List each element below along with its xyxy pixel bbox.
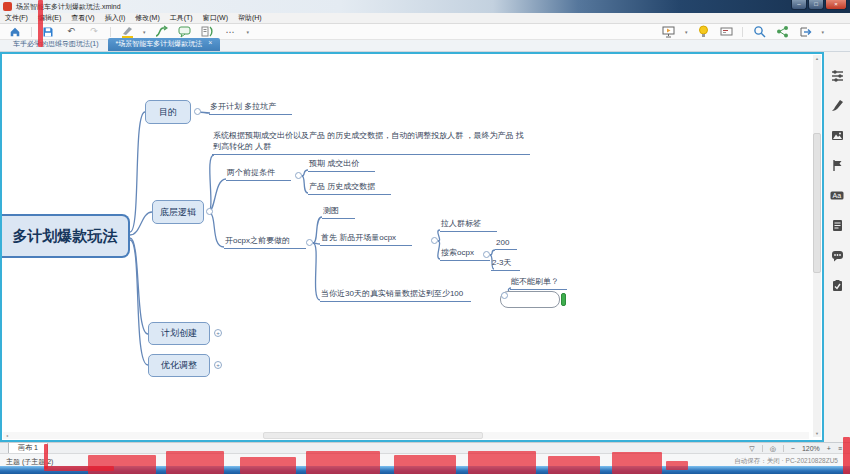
central-topic[interactable]: 多计划爆款玩法 bbox=[2, 214, 130, 258]
expand-icon[interactable] bbox=[306, 239, 313, 246]
title-bar: 场景智能车多计划爆款玩法.xmind – □ × bbox=[0, 0, 850, 13]
tab-active-document[interactable]: *场景智能车多计划爆款玩法 × bbox=[108, 38, 221, 51]
zen-mode-icon[interactable] bbox=[719, 25, 733, 38]
more-tools-icon[interactable]: ⋯ bbox=[224, 25, 238, 38]
toolbar-separator bbox=[742, 27, 743, 37]
topic-logic[interactable]: 底层逻辑 bbox=[152, 200, 204, 224]
collapse-plus-icon[interactable]: + bbox=[214, 361, 222, 369]
expand-icon[interactable] bbox=[206, 208, 213, 215]
menu-tools[interactable]: 工具(T) bbox=[170, 13, 193, 23]
undo-icon[interactable]: ↶ bbox=[64, 25, 78, 38]
topic-brush-question[interactable]: 能不能刷单？ bbox=[510, 276, 567, 290]
vertical-scrollbar[interactable]: ▲ ▼ bbox=[813, 55, 821, 437]
topic-premise[interactable]: 两个前提条件 bbox=[226, 167, 291, 181]
window-controls: – □ × bbox=[790, 0, 847, 10]
expand-icon[interactable] bbox=[295, 172, 302, 179]
topic-plan[interactable]: 计划创建 bbox=[148, 322, 210, 345]
image-icon[interactable] bbox=[830, 128, 844, 142]
redo-icon[interactable]: ↷ bbox=[87, 25, 101, 38]
home-icon[interactable] bbox=[8, 25, 22, 38]
horizontal-scrollbar[interactable]: ◂ bbox=[3, 432, 809, 439]
task-icon[interactable] bbox=[830, 278, 844, 292]
tab-inactive-document[interactable]: 车手必学的思维导图玩法(1) bbox=[4, 38, 108, 51]
save-icon[interactable] bbox=[41, 25, 55, 38]
mindmap-canvas[interactable]: 多计划爆款玩法 目的 多开计划 多拉坑产 底层逻辑 系统根据预期成交出价以及产品… bbox=[0, 52, 824, 442]
document-tab-bar: 车手必学的思维导图玩法(1) *场景智能车多计划爆款玩法 × bbox=[0, 40, 850, 52]
menu-insert[interactable]: 插入(I) bbox=[105, 13, 126, 23]
tab-close-icon[interactable]: × bbox=[208, 39, 212, 49]
menu-window[interactable]: 窗口(W) bbox=[203, 13, 228, 23]
topic-premise-2[interactable]: 产品 历史成交数据 bbox=[308, 181, 391, 195]
menu-help[interactable]: 帮助(H) bbox=[238, 13, 262, 23]
more-dropdown-icon[interactable]: ▾ bbox=[247, 29, 250, 35]
marker-pen-icon[interactable] bbox=[120, 25, 134, 38]
sheet-bar: 画布 1 ▽ ◎ − 120% + ≡ bbox=[0, 442, 850, 453]
summary-icon[interactable] bbox=[201, 25, 215, 38]
menu-bar: 文件(F) 编辑(E) 查看(V) 插入(I) 修改(M) 工具(T) 窗口(W… bbox=[0, 13, 850, 24]
topic-200[interactable]: 200 bbox=[495, 238, 517, 250]
expand-icon[interactable] bbox=[501, 292, 508, 299]
topic-drag-handle[interactable] bbox=[561, 293, 566, 306]
scroll-up-icon[interactable]: ▲ bbox=[813, 56, 821, 61]
window-title: 场景智能车多计划爆款玩法.xmind bbox=[16, 2, 121, 12]
export-icon[interactable] bbox=[798, 25, 812, 38]
device-name: PC-20210828ZU5 bbox=[786, 457, 838, 464]
comment-icon[interactable] bbox=[830, 248, 844, 262]
autosave-status: 自动保存：关闭 bbox=[734, 457, 780, 464]
scroll-left-icon[interactable]: ◂ bbox=[3, 433, 11, 438]
tab-active-label: *场景智能车多计划爆款玩法 bbox=[116, 39, 203, 49]
close-button[interactable]: × bbox=[825, 0, 847, 10]
topic-sales-30[interactable]: 当你近30天的真实销量数据达到至少100 bbox=[320, 288, 471, 302]
topic-2-3-days[interactable]: 2-3天 bbox=[491, 257, 520, 271]
topic-before-ocpx[interactable]: 开ocpx之前要做的 bbox=[224, 235, 306, 249]
sheet-separator bbox=[762, 445, 763, 452]
marker-dropdown-icon[interactable]: ▾ bbox=[143, 29, 146, 35]
presentation-icon[interactable] bbox=[662, 25, 676, 38]
marker-flag-icon[interactable] bbox=[830, 158, 844, 172]
sheet-separator bbox=[783, 445, 784, 452]
format-panel-icon[interactable] bbox=[830, 68, 844, 82]
search-icon[interactable] bbox=[752, 25, 766, 38]
callout-icon[interactable] bbox=[178, 25, 192, 38]
toolbar-separator bbox=[31, 27, 32, 37]
topic-purpose[interactable]: 目的 bbox=[145, 100, 191, 124]
topic-purpose-sub[interactable]: 多开计划 多拉坑产 bbox=[209, 101, 292, 115]
menu-view[interactable]: 查看(V) bbox=[71, 13, 94, 23]
presentation-dropdown-icon[interactable]: ▾ bbox=[685, 29, 688, 35]
expand-icon[interactable] bbox=[483, 251, 490, 258]
vertical-scroll-thumb[interactable] bbox=[813, 133, 821, 273]
topic-optimize[interactable]: 优化调整 bbox=[148, 354, 210, 377]
scroll-down-icon[interactable]: ▼ bbox=[813, 431, 821, 436]
app-icon bbox=[3, 2, 12, 11]
style-brush-icon[interactable] bbox=[830, 98, 844, 112]
topic-premise-1[interactable]: 预期 成交出价 bbox=[308, 158, 375, 172]
menu-file[interactable]: 文件(F) bbox=[5, 13, 28, 23]
label-icon[interactable]: Aa bbox=[830, 188, 844, 202]
share-icon[interactable] bbox=[775, 25, 789, 38]
notes-icon[interactable] bbox=[830, 218, 844, 232]
toolbar-separator bbox=[110, 27, 111, 37]
topic-logic-desc[interactable]: 系统根据预期成交出价以及产品 的历史成交数据，自动的调整投放人群 ，最终为产品 … bbox=[212, 130, 530, 155]
minimize-button[interactable]: – bbox=[791, 0, 807, 10]
export-dropdown-icon[interactable]: ▾ bbox=[821, 29, 824, 35]
topic-first-ocpx[interactable]: 首先 新品开场量ocpx bbox=[320, 232, 412, 246]
topic-pull-tag[interactable]: 拉人群标签 bbox=[440, 218, 497, 232]
relationship-icon[interactable] bbox=[155, 25, 169, 38]
expand-icon[interactable] bbox=[431, 237, 438, 244]
horizontal-scroll-thumb[interactable] bbox=[263, 432, 483, 439]
maximize-button[interactable]: □ bbox=[808, 0, 824, 10]
topic-test-chart[interactable]: 测图 bbox=[322, 205, 355, 219]
lightbulb-icon[interactable] bbox=[696, 25, 710, 38]
svg-text:Aa: Aa bbox=[833, 192, 842, 199]
collapse-plus-icon[interactable]: + bbox=[214, 329, 222, 337]
expand-icon[interactable] bbox=[194, 108, 201, 115]
menu-modify[interactable]: 修改(M) bbox=[135, 13, 160, 23]
right-sidebar: Aa bbox=[824, 52, 850, 442]
selected-empty-topic[interactable] bbox=[500, 291, 560, 308]
